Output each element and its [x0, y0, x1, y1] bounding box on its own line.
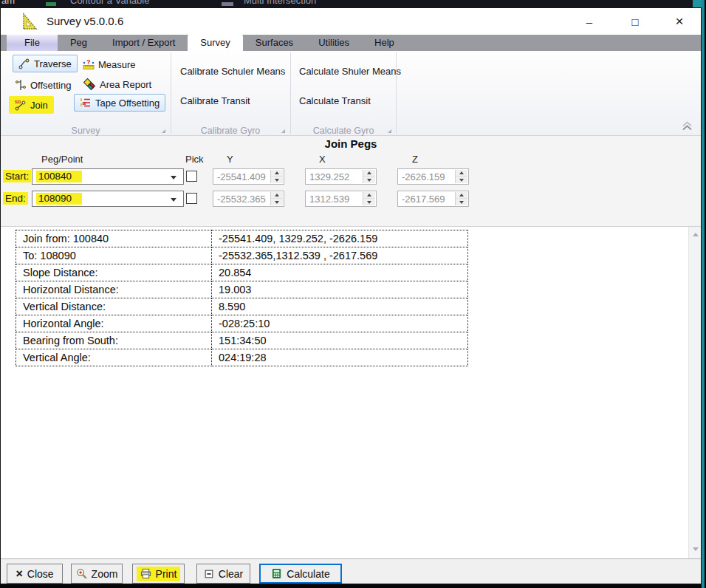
chevron-up-icon — [681, 121, 693, 131]
offsetting-label: Offsetting — [30, 80, 71, 91]
spinner-buttons[interactable] — [455, 192, 467, 205]
area-report-icon — [83, 78, 96, 91]
maximize-button[interactable]: □ — [623, 13, 648, 30]
table-row: Join from: 100840 -25541.409, 1329.252, … — [16, 230, 468, 247]
area-report-button[interactable]: Area Report — [77, 75, 157, 94]
group-launcher-icon[interactable] — [388, 129, 391, 133]
tab-utilities[interactable]: Utilities — [306, 35, 362, 51]
tab-survey[interactable]: Survey — [188, 35, 242, 51]
spin-up-icon — [275, 194, 279, 196]
header-y: Y — [227, 154, 233, 165]
spinner-buttons[interactable] — [270, 170, 283, 183]
result-value: 8.590 — [212, 298, 468, 315]
calculate-transit-button[interactable]: Calculate Transit — [299, 95, 371, 106]
result-value: -028:25:10 — [212, 315, 468, 332]
calibrate-transit-button[interactable]: Calibrate Transit — [180, 95, 250, 106]
result-value: 19.003 — [212, 281, 468, 298]
start-x-spinner[interactable]: 1329.252 — [305, 168, 377, 185]
end-z-spinner[interactable]: -2617.569 — [397, 191, 469, 207]
spin-down-icon — [367, 201, 371, 204]
background-text-fragment: am — [1, 0, 15, 6]
group-launcher-icon[interactable] — [162, 129, 165, 133]
tab-peg[interactable]: Peg — [58, 35, 100, 51]
join-label: Join — [30, 100, 48, 111]
table-row: Horizontal Distance: 19.003 — [16, 281, 468, 298]
print-button[interactable]: Print — [132, 564, 185, 584]
vertical-scrollbar[interactable] — [688, 227, 701, 558]
traverse-button[interactable]: Traverse — [13, 55, 78, 72]
close-icon: × — [16, 568, 22, 580]
tape-offsetting-icon: a — [80, 97, 92, 109]
ribbon-separator — [396, 52, 397, 134]
table-row: Vertical Distance: 8.590 — [16, 298, 468, 315]
spinner-buttons[interactable] — [455, 170, 467, 183]
header-pick: Pick — [185, 154, 204, 165]
spinner-buttons[interactable] — [363, 192, 375, 205]
offsetting-icon — [15, 79, 27, 91]
calculate-button[interactable]: Calculate — [259, 564, 342, 584]
end-peg-value: 108090 — [36, 193, 82, 205]
table-row: Vertical Angle: 024:19:28 — [16, 349, 468, 366]
spinner-buttons[interactable] — [270, 192, 283, 205]
svg-text:a: a — [83, 100, 86, 106]
tab-help[interactable]: Help — [362, 35, 407, 51]
screen: am Contour a Variable Multi Intersection… — [0, 0, 706, 588]
clear-button[interactable]: Clear — [196, 564, 250, 584]
tab-surfaces[interactable]: Surfaces — [243, 35, 306, 51]
result-value: 20.854 — [212, 264, 468, 281]
tab-file[interactable]: File — [7, 35, 58, 51]
spinner-buttons[interactable] — [363, 170, 375, 183]
join-button[interactable]: SD Join — [9, 96, 54, 114]
start-z-value: -2626.159 — [402, 171, 445, 182]
window-title: Survey v5.0.0.6 — [47, 15, 123, 27]
close-window-button[interactable]: × — [667, 13, 692, 30]
start-z-spinner[interactable]: -2626.159 — [397, 168, 469, 185]
scroll-up-icon[interactable] — [693, 233, 699, 236]
dropdown-arrow-icon — [171, 176, 176, 180]
background-icon-speck — [46, 2, 56, 6]
minimize-button[interactable]: – — [577, 13, 602, 30]
end-peg-combobox[interactable]: 108090 — [32, 191, 184, 207]
spin-down-icon — [459, 201, 464, 204]
result-label: Horizontal Angle: — [16, 315, 212, 332]
tape-offsetting-button[interactable]: a Tape Offsetting — [74, 94, 165, 112]
spin-up-icon — [275, 171, 279, 174]
end-y-value: -25532.365 — [217, 194, 266, 205]
group-launcher-icon[interactable] — [281, 129, 285, 133]
result-value: 024:19:28 — [212, 349, 468, 366]
tape-offsetting-label: Tape Offsetting — [95, 98, 160, 109]
zoom-label: Zoom — [92, 568, 118, 580]
end-pick-checkbox[interactable] — [186, 193, 197, 204]
start-peg-combobox[interactable]: 100840 — [32, 168, 184, 185]
table-row: Slope Distance: 20.854 — [16, 264, 468, 281]
background-icon-speck — [222, 2, 233, 6]
calibrate-schuler-means-button[interactable]: Calibrate Schuler Means — [180, 66, 285, 77]
spin-down-icon — [367, 179, 371, 182]
calculate-label: Calculate — [287, 568, 329, 580]
zoom-icon — [76, 568, 87, 579]
end-x-spinner[interactable]: 1312.539 — [305, 191, 377, 207]
end-y-spinner[interactable]: -25532.365 — [213, 191, 284, 207]
calculate-shuler-means-button[interactable]: Calculate Shuler Means — [299, 66, 401, 77]
spin-up-icon — [459, 171, 464, 174]
table-row: To: 108090 -25532.365,1312.539 , -2617.5… — [16, 247, 468, 264]
tab-import-export[interactable]: Import / Export — [100, 35, 188, 51]
ribbon: Traverse ? Measure Offsetting — [1, 51, 701, 136]
table-row: Bearing from South: 151:34:50 — [16, 332, 468, 349]
collapse-ribbon-button[interactable] — [677, 119, 696, 132]
close-label: Close — [27, 568, 54, 580]
offsetting-button[interactable]: Offsetting — [9, 76, 77, 94]
start-y-spinner[interactable]: -25541.409 — [213, 168, 284, 185]
result-label: To: 108090 — [16, 247, 212, 264]
start-pick-checkbox[interactable] — [186, 171, 197, 182]
group-label-survey: Survey — [1, 126, 171, 136]
traverse-icon — [18, 58, 30, 69]
zoom-button[interactable]: Zoom — [71, 564, 123, 584]
clear-label: Clear — [219, 568, 243, 580]
spin-up-icon — [367, 194, 371, 196]
measure-button[interactable]: ? Measure — [77, 55, 142, 73]
close-button[interactable]: × Close — [7, 564, 63, 584]
scroll-down-icon[interactable] — [693, 547, 699, 551]
result-value: -25532.365,1312.539 , -2617.569 — [212, 247, 468, 264]
result-label: Bearing from South: — [16, 332, 212, 349]
